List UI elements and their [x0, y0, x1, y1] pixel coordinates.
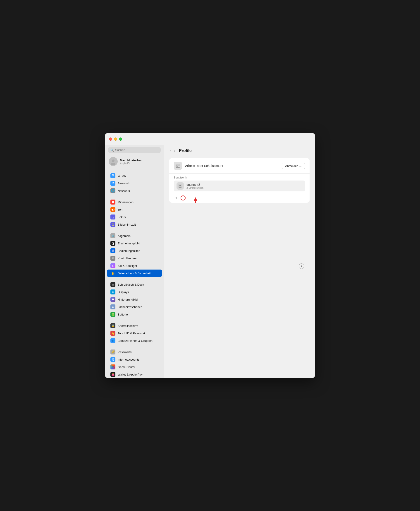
passwoerter-icon: 🔑 [110, 349, 115, 355]
sidebar-item-siri[interactable]: S Siri & Spotlight [107, 262, 162, 269]
sidebar-item-bluetooth[interactable]: Bluetooth [107, 180, 162, 187]
sidebar-item-wallet[interactable]: 👛 Wallet & Apple Pay [107, 371, 162, 378]
profile-card-icon [174, 162, 182, 170]
anmelden-button[interactable]: Anmelden ... [282, 163, 305, 169]
nav-back-button[interactable]: ‹ [169, 148, 172, 153]
annotation-arrow [194, 197, 197, 203]
sidebar-item-ton[interactable]: Ton [107, 206, 162, 213]
sidebar-item-netzwerk[interactable]: 🌐 Netzwerk [107, 187, 162, 194]
search-icon: 🔍 [110, 149, 114, 152]
batterie-icon: 🔋 [110, 312, 115, 317]
sidebar-section-3: ⚙️ Allgemein ◑ Erscheinungsbild ♿ Bedien… [105, 232, 164, 277]
sidebar-item-allgemein[interactable]: ⚙️ Allgemein [107, 232, 162, 240]
bildschirmschoner-icon: 🖼 [110, 304, 115, 310]
profile-list-subtitle: 2 Einstellungen [187, 186, 203, 189]
add-profile-button[interactable]: + [174, 195, 179, 201]
sidebar-item-bedienungshilfen[interactable]: ♿ Bedienungshilfen [107, 247, 162, 254]
benutzer-label: Benutzer:in [174, 176, 305, 179]
sidebar-item-benutzer-label: Benutzer:innen & Gruppen [118, 339, 152, 342]
sidebar-section-4: ▤ Schreibtisch & Dock 🖥 Displays 🏔 Hinte… [105, 281, 164, 318]
sidebar-item-benutzer[interactable]: 👥 Benutzer:innen & Gruppen [107, 337, 162, 344]
arrow-tip [194, 197, 197, 201]
maximize-button[interactable] [119, 138, 122, 141]
hintergrund-icon: 🏔 [110, 297, 115, 302]
minimize-button[interactable] [114, 138, 117, 141]
sidebar-item-batterie-label: Batterie [118, 313, 128, 316]
sidebar-item-datenschutz[interactable]: ✋ Datenschutz & Sicherheit [107, 270, 162, 277]
profile-list-item[interactable]: eduroam® 2 Einstellungen [174, 180, 305, 191]
main-panel: ‹ › Profile [164, 145, 315, 378]
sidebar-item-fokus[interactable]: Fokus [107, 213, 162, 221]
benutzer-icon: 👥 [110, 338, 115, 343]
sidebar-item-gamecenter[interactable]: 🎮 Game Center [107, 363, 162, 371]
sidebar-item-displays-label: Displays [118, 290, 129, 294]
touchid-icon: 👆 [110, 331, 115, 336]
fokus-icon [110, 215, 115, 219]
sidebar-section-2: Mitteilungen Ton [105, 198, 164, 228]
sidebar-item-batterie[interactable]: 🔋 Batterie [107, 311, 162, 318]
title-bar [105, 133, 315, 145]
sidebar-item-datenschutz-label: Datenschutz & Sicherheit [118, 271, 151, 275]
sidebar-item-bedienungshilfen-label: Bedienungshilfen [118, 249, 140, 253]
sidebar-item-bildschirmzeit-label: Bildschirmzeit [118, 223, 136, 226]
bildschirmzeit-icon: ⏳ [110, 222, 115, 227]
sidebar-item-bluetooth-label: Bluetooth [118, 182, 130, 185]
sidebar-item-hintergrund[interactable]: 🏔 Hintergrundbild [107, 296, 162, 303]
sidebar-item-touchid-label: Touch ID & Passwort [118, 332, 145, 335]
sidebar-item-bildschirmschoner-label: Bildschirmschoner [118, 305, 142, 309]
sidebar-item-displays[interactable]: 🖥 Displays [107, 288, 162, 296]
profile-list-icon [177, 182, 184, 190]
close-button[interactable] [109, 138, 112, 141]
avatar [109, 157, 118, 166]
benutzer-section: Benutzer:in eduroam® [169, 174, 310, 194]
panel-header: ‹ › Profile [164, 145, 315, 156]
help-button[interactable]: ? [299, 263, 304, 269]
sidebar-item-internetaccounts[interactable]: @ Internetaccounts [107, 356, 162, 363]
sidebar-item-passwoerter[interactable]: 🔑 Passwörter [107, 348, 162, 356]
sidebar-item-erscheinungsbild[interactable]: ◑ Erscheinungsbild [107, 240, 162, 247]
profile-card-title: Arbeits- oder Schulaccount [185, 164, 278, 168]
displays-icon: 🖥 [110, 289, 115, 294]
sidebar-item-kontrollzentrum[interactable]: ⊞ Kontrollzentrum [107, 255, 162, 262]
svg-point-5 [180, 185, 181, 186]
wlan-icon [110, 173, 115, 178]
sidebar-item-bildschirmschoner[interactable]: 🖼 Bildschirmschoner [107, 303, 162, 310]
sidebar-item-fokus-label: Fokus [118, 215, 126, 219]
remove-icon: − [182, 196, 184, 200]
sidebar-section-6: 🔑 Passwörter @ Internetaccounts 🎮 Game C… [105, 348, 164, 378]
sidebar-item-gamecenter-label: Game Center [118, 365, 135, 369]
sidebar-item-sperrbildschirm-label: Sperrbildschirm [118, 324, 138, 327]
svg-point-1 [111, 163, 115, 165]
user-profile[interactable]: Maxi Musterfrau Apple-ID [105, 155, 164, 168]
nav-forward-button[interactable]: › [173, 148, 176, 153]
remove-profile-button[interactable]: − [180, 195, 186, 201]
sidebar-item-touchid[interactable]: 👆 Touch ID & Passwort [107, 330, 162, 337]
bluetooth-icon [110, 181, 115, 186]
sidebar-item-wlan-label: WLAN [118, 174, 126, 178]
sidebar-item-netzwerk-label: Netzwerk [118, 189, 130, 193]
sidebar-section-5: 🔒 Sperrbildschirm 👆 Touch ID & Passwort … [105, 322, 164, 345]
profile-list-info: eduroam® 2 Einstellungen [187, 183, 203, 189]
sidebar: 🔍 Maxi Musterfrau Apple-ID [105, 145, 164, 378]
datenschutz-icon: ✋ [110, 271, 115, 276]
sidebar-item-schreibtisch-label: Schreibtisch & Dock [118, 283, 144, 286]
sidebar-item-bildschirmzeit[interactable]: ⏳ Bildschirmzeit [107, 221, 162, 228]
sidebar-item-allgemein-label: Allgemein [118, 234, 131, 238]
sidebar-section-network: WLAN Bluetooth 🌐 Netzwerk [105, 172, 164, 194]
search-input[interactable] [115, 148, 158, 152]
schreibtisch-icon: ▤ [110, 282, 115, 287]
sidebar-item-wlan[interactable]: WLAN [107, 172, 162, 179]
sidebar-item-schreibtisch[interactable]: ▤ Schreibtisch & Dock [107, 281, 162, 288]
sidebar-item-sperrbildschirm[interactable]: 🔒 Sperrbildschirm [107, 322, 162, 329]
svg-point-0 [112, 159, 114, 162]
sidebar-item-kontrollzentrum-label: Kontrollzentrum [118, 257, 138, 260]
internetaccounts-icon: @ [110, 357, 115, 362]
search-bar[interactable]: 🔍 [108, 147, 161, 153]
panel-title: Profile [179, 148, 192, 153]
arrow-shaft [195, 201, 196, 203]
nav-arrows: ‹ › [169, 148, 176, 153]
sidebar-item-ton-label: Ton [118, 208, 122, 211]
sidebar-item-mitteilungen[interactable]: Mitteilungen [107, 198, 162, 206]
sidebar-item-internetaccounts-label: Internetaccounts [118, 358, 139, 361]
mitteilungen-icon [110, 200, 115, 205]
